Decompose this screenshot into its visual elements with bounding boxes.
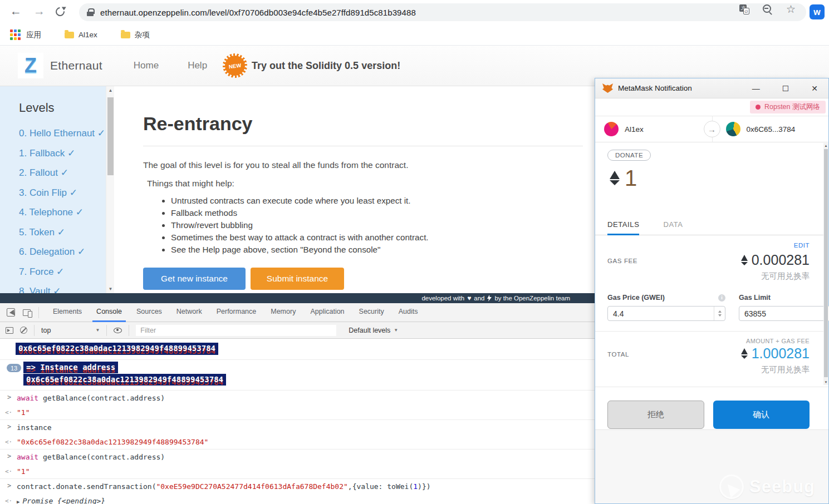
sidebar-item-delegation[interactable]: 6. Delegation ✓ — [19, 246, 106, 258]
window-title: MetaMask Notification — [618, 84, 692, 92]
context-dropdown[interactable]: top ▼ — [41, 327, 100, 334]
sidebar-item-telephone[interactable]: 4. Telephone ✓ — [19, 206, 106, 218]
to-account: 0x6C65...3784 — [707, 122, 829, 136]
metamask-scrollbar[interactable]: ▲ ▼ — [823, 143, 828, 385]
divider — [34, 325, 35, 336]
sidebar-item-fallout[interactable]: 2. Fallout ✓ — [19, 167, 106, 179]
tab-sources[interactable]: Sources — [133, 303, 166, 322]
ethernaut-logo[interactable]: Z — [18, 53, 43, 78]
minimize-icon[interactable]: — — [752, 84, 760, 93]
lock-icon — [87, 8, 94, 16]
code-text: ,{value: toWei( — [348, 482, 413, 491]
heart-icon: ♥ — [467, 294, 471, 302]
browser-toolbar: ← → ethernaut.openzeppelin.com/level/0xf… — [0, 0, 829, 24]
console-log-selected: 0x6c65ef0822c38a0dac1213982949f488994537… — [0, 339, 595, 360]
screen: ← → ethernaut.openzeppelin.com/level/0xf… — [0, 0, 829, 504]
gas-price-label: Gas Price (GWEI) — [607, 294, 665, 302]
check-icon: ✓ — [53, 286, 61, 293]
tab-memory[interactable]: Memory — [267, 303, 300, 322]
tab-details[interactable]: DETAILS — [607, 220, 639, 235]
bookmark-star-icon[interactable]: ☆ — [786, 4, 796, 14]
level-label: 5. Token — [19, 227, 55, 238]
gas-price-input[interactable] — [608, 309, 714, 318]
no-rate-text: 无可用兑换率 — [607, 271, 810, 281]
clear-console-icon[interactable] — [20, 327, 27, 334]
submit-instance-button[interactable]: Submit instance — [251, 268, 344, 290]
reload-icon[interactable] — [54, 6, 67, 18]
forward-icon[interactable]: → — [33, 4, 45, 18]
scroll-up-icon[interactable]: ▲ — [106, 88, 115, 93]
tab-console[interactable]: Console — [92, 303, 126, 322]
log-levels-dropdown[interactable]: Default levels ▼ — [349, 327, 398, 334]
seebug-text: Seebug — [749, 477, 815, 497]
device-toolbar-icon[interactable] — [23, 309, 31, 316]
sidebar-scrollbar[interactable]: ▲ ▼ — [106, 86, 114, 293]
sidebar-item-coin-flip[interactable]: 3. Coin Flip ✓ — [19, 187, 106, 199]
tab-elements[interactable]: Elements — [49, 303, 86, 322]
solidity-promo-link[interactable]: Try out the Solidity 0.5 version! — [252, 60, 400, 72]
sidebar-item-hello-ethernaut[interactable]: 0. Hello Ethernaut ✓ — [19, 127, 106, 139]
total-value: 1.000281 — [752, 345, 810, 362]
bookmark-folder-misc[interactable]: 杂项 — [121, 30, 150, 40]
inspect-element-icon[interactable] — [7, 308, 15, 317]
nav-help[interactable]: Help — [188, 60, 207, 71]
tab-performance[interactable]: Performance — [213, 303, 261, 322]
expand-triangle-icon[interactable]: ▶ — [17, 499, 19, 504]
tab-audits[interactable]: Audits — [395, 303, 422, 322]
translate-icon[interactable]: 文G — [739, 4, 749, 14]
info-icon[interactable]: i — [718, 294, 725, 302]
scroll-down-icon[interactable]: ▼ — [106, 286, 115, 291]
sidebar-item-fallback[interactable]: 1. Fallback ✓ — [19, 147, 106, 159]
console-result-row: <· "1" — [0, 464, 595, 479]
scroll-down-icon[interactable]: ▼ — [823, 381, 828, 384]
apps-grid-icon — [10, 29, 21, 40]
live-expression-eye-icon[interactable] — [114, 328, 122, 333]
zoom-out-icon[interactable] — [763, 4, 773, 14]
nav-home[interactable]: Home — [134, 60, 159, 71]
check-icon: ✓ — [56, 266, 64, 277]
from-identicon — [604, 122, 619, 136]
sidebar-item-force[interactable]: 7. Force ✓ — [19, 266, 106, 278]
input-caret-icon: > — [7, 481, 11, 491]
tab-application[interactable]: Application — [306, 303, 348, 322]
console-filter-input[interactable] — [136, 325, 336, 336]
tab-data[interactable]: DATA — [663, 220, 683, 235]
get-new-instance-button[interactable]: Get new instance — [143, 268, 246, 290]
level-label: 0. Hello Ethernaut — [19, 128, 95, 139]
console-toolbar: top ▼ Default levels ▼ — [0, 322, 595, 339]
total-label: TOTAL — [607, 351, 629, 358]
sidebar-item-token[interactable]: 5. Token ✓ — [19, 226, 106, 238]
extension-w-icon[interactable]: w — [810, 4, 825, 19]
tab-network[interactable]: Network — [173, 303, 206, 322]
folder-icon — [65, 32, 74, 38]
bookmark-folder-al1ex[interactable]: Al1ex — [65, 31, 97, 39]
console-sidebar-icon[interactable] — [6, 327, 13, 334]
result-caret-icon: <· — [5, 496, 12, 504]
console-input-row: > await getBalance(contract.address) — [0, 449, 595, 464]
back-icon[interactable]: ← — [10, 4, 22, 18]
sidebar-item-vault[interactable]: 8. Vault ✓ — [19, 285, 106, 293]
gas-price-stepper[interactable] — [714, 307, 725, 320]
scrollbar-thumb[interactable] — [107, 97, 114, 175]
scrollbar-thumb[interactable] — [824, 149, 828, 377]
check-icon: ✓ — [77, 246, 85, 257]
scroll-up-icon[interactable]: ▲ — [823, 144, 828, 147]
metamask-titlebar: MetaMask Notification — ☐ ✕ — [595, 78, 828, 98]
network-badge[interactable]: Ropsten 测试网络 — [750, 101, 826, 113]
apps-shortcut[interactable]: 应用 — [10, 29, 41, 40]
network-name: Ropsten 测试网络 — [764, 102, 820, 112]
reject-button[interactable]: 拒绝 — [607, 401, 704, 429]
result-caret-icon: <· — [5, 467, 12, 476]
footer-text: by the OpenZeppelin team — [494, 295, 570, 302]
confirm-button[interactable]: 确认 — [713, 401, 810, 429]
eth-icon — [741, 255, 748, 265]
gas-limit-input[interactable] — [739, 309, 829, 318]
close-icon[interactable]: ✕ — [811, 84, 818, 93]
metamask-fox-icon — [602, 83, 613, 93]
edit-link[interactable]: EDIT — [607, 242, 810, 249]
console-input-row: > instance — [0, 420, 595, 434]
input-caret-icon: > — [7, 422, 11, 432]
maximize-icon[interactable]: ☐ — [782, 84, 789, 93]
tab-security[interactable]: Security — [355, 303, 388, 322]
address-bar[interactable]: ethernaut.openzeppelin.com/level/0xf7070… — [79, 3, 806, 21]
